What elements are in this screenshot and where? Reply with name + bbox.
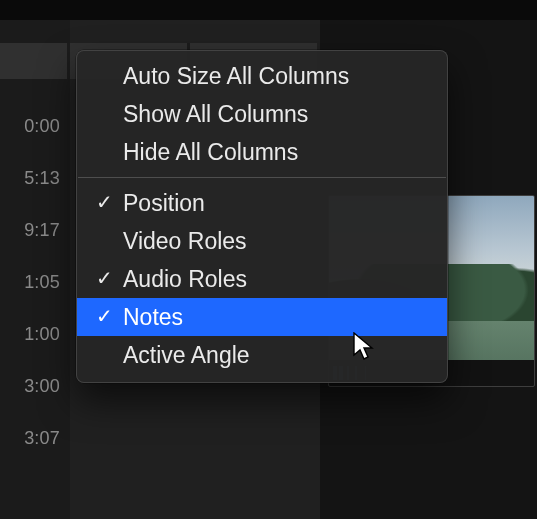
timecode-cell: 5:13 <box>0 152 68 204</box>
menu-item-label: Hide All Columns <box>123 139 298 165</box>
window-top-bar <box>0 0 537 20</box>
timecode-cell: 3:07 <box>0 412 68 464</box>
column-header-left[interactable] <box>0 43 70 79</box>
timecode-list: 0:00 5:13 9:17 1:05 1:00 3:00 3:07 <box>0 100 68 464</box>
timecode-cell: 1:05 <box>0 256 68 308</box>
timecode-cell: 1:00 <box>0 308 68 360</box>
menu-item-label: Notes <box>123 304 183 330</box>
menu-col-active-angle[interactable]: ✓ Active Angle <box>77 336 447 374</box>
menu-item-label: Position <box>123 190 205 216</box>
menu-item-label: Audio Roles <box>123 266 247 292</box>
columns-context-menu[interactable]: Auto Size All Columns Show All Columns H… <box>76 50 448 383</box>
timecode-cell: 9:17 <box>0 204 68 256</box>
menu-col-position[interactable]: ✓ Position <box>77 184 447 222</box>
checkmark-icon: ✓ <box>91 184 117 222</box>
timecode-cell: 0:00 <box>0 100 68 152</box>
timecode-cell: 3:00 <box>0 360 68 412</box>
menu-hide-all-columns[interactable]: Hide All Columns <box>77 133 447 171</box>
menu-item-label: Auto Size All Columns <box>123 63 349 89</box>
checkmark-icon: ✓ <box>91 260 117 298</box>
menu-item-label: Active Angle <box>123 342 250 368</box>
checkmark-icon: ✓ <box>91 298 117 336</box>
menu-separator <box>78 177 446 178</box>
menu-col-notes[interactable]: ✓ Notes <box>77 298 447 336</box>
menu-col-video-roles[interactable]: ✓ Video Roles <box>77 222 447 260</box>
menu-auto-size-all[interactable]: Auto Size All Columns <box>77 57 447 95</box>
menu-item-label: Video Roles <box>123 228 247 254</box>
menu-show-all-columns[interactable]: Show All Columns <box>77 95 447 133</box>
menu-item-label: Show All Columns <box>123 101 308 127</box>
menu-col-audio-roles[interactable]: ✓ Audio Roles <box>77 260 447 298</box>
